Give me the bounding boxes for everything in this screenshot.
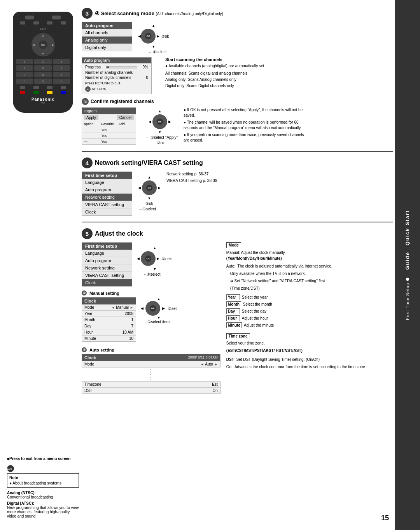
- remote-btn-2[interactable]: [52, 16, 61, 19]
- manual-hour-row: Hour 10 AM: [82, 329, 136, 336]
- step4-circle: 4: [82, 157, 93, 168]
- progress-bar: [106, 66, 137, 68]
- step5-title: Adjust the clock: [95, 230, 143, 237]
- auto-tz-field: Timezone: [84, 382, 102, 387]
- confirm-note-1: ● The channel will be saved when no oper…: [184, 120, 308, 131]
- manual-sub: (Year/Month/Day/Hour/Minute): [226, 256, 282, 261]
- ok-manual: OK: [150, 305, 156, 311]
- ch-row-3: — Yes: [82, 139, 136, 145]
- remote-func-1[interactable]: [20, 86, 25, 89]
- tz-box: Time zone: [226, 333, 250, 339]
- confirm-note-0: ● If OK is not pressed after selecting "…: [184, 107, 308, 118]
- manual-num: ①: [82, 290, 87, 296]
- dpad[interactable]: OK ▲ ▼ ◀ ▶: [32, 33, 55, 56]
- auto-clock-table: Clock 2008/ 6/11 8:07AM Mode ◄ Auto ►: [82, 354, 220, 367]
- analog-count-row: Number of analog channels: [85, 70, 148, 75]
- exit-button[interactable]: EXIT: [7, 465, 14, 472]
- auto-clock-date: 2008/ 6/11 8:07AM: [188, 355, 218, 360]
- scan-box-inner: Auto program Progress 9% Number of analo…: [82, 57, 152, 94]
- remote-btn-sm-1[interactable]: [20, 21, 25, 24]
- color-btn-blue[interactable]: [61, 91, 66, 94]
- num-5[interactable]: 5: [34, 65, 51, 71]
- ch-r3-c1: —: [84, 140, 99, 143]
- auto-program-menu: Auto program All channels Analog only Di…: [82, 22, 132, 51]
- num-9[interactable]: 9: [53, 72, 70, 77]
- step4-note-0: Network setting p. 36-37: [166, 171, 393, 177]
- sidebar-dot: [406, 278, 409, 281]
- manual-month-row: Month 1: [82, 317, 136, 323]
- manual-layout: Clock Mode ◄ Manual ►: [82, 297, 220, 344]
- color-btn-red[interactable]: [20, 91, 25, 94]
- cancel-btn[interactable]: Cancel: [117, 115, 134, 120]
- ch-r2-c3: [119, 134, 134, 138]
- remote-btn-sm-4[interactable]: [61, 21, 66, 24]
- color-btn-yellow[interactable]: [47, 91, 52, 94]
- menu-language[interactable]: Language: [82, 179, 132, 186]
- menu-all-channels[interactable]: All channels: [82, 29, 132, 37]
- month-field-row: Month Select the month: [226, 301, 393, 307]
- menu-analog-only[interactable]: Analog only: [82, 37, 132, 44]
- day-label: Day: [226, 308, 240, 314]
- scan-row: Auto program Progress 9% Number of analo…: [82, 57, 393, 94]
- num-2[interactable]: 2: [34, 59, 51, 64]
- tv-label: TV: [16, 101, 70, 105]
- menu-digital-only[interactable]: Digital only: [82, 44, 132, 51]
- remote-func-3[interactable]: [47, 86, 52, 89]
- ch-r2-c1: —: [84, 134, 99, 138]
- num-star[interactable]: *: [16, 79, 33, 84]
- menu-network-setting[interactable]: Network setting: [82, 194, 132, 201]
- main-content: 3 ④ Select scanning mode (ALL channels/A…: [82, 8, 393, 402]
- manual-year-row: Year 2008: [82, 311, 136, 317]
- remote-func-4[interactable]: [61, 86, 66, 89]
- mode-arrow-r: ►: [130, 306, 133, 310]
- remote-btn-sm-3[interactable]: [47, 21, 52, 24]
- ch-r3-yes: Yes: [101, 140, 116, 143]
- divider-1: [82, 151, 393, 152]
- remote-func-2[interactable]: [33, 86, 39, 89]
- menu-viera-cast[interactable]: VIERA CAST setting: [82, 201, 132, 208]
- digital-count-row: Number of digital channels 0: [85, 75, 148, 80]
- num-1[interactable]: 1: [16, 59, 33, 64]
- step5-menu-viera[interactable]: VIERA CAST setting: [82, 272, 132, 279]
- color-btn-green[interactable]: [33, 91, 39, 94]
- apply-btn[interactable]: Apply: [84, 115, 98, 120]
- num-hash[interactable]: #: [53, 79, 70, 84]
- progress-pct: 9%: [143, 65, 148, 70]
- manual-mode-field: Mode: [84, 305, 94, 310]
- manual-minute-row: Minute 10: [82, 336, 136, 341]
- step5-left: First time setup Language Auto program N…: [82, 242, 220, 397]
- step5-menu-network[interactable]: Network setting: [82, 264, 132, 272]
- exit-label: EXIT: [40, 28, 46, 30]
- return-btn[interactable]: ↩: [85, 86, 91, 92]
- page-number: 15: [381, 514, 389, 522]
- ok-step4: OK: [146, 185, 152, 191]
- num-6[interactable]: 6: [53, 65, 70, 71]
- note-title: Note: [9, 476, 77, 480]
- step5-menu-language[interactable]: Language: [82, 250, 132, 257]
- num-4[interactable]: 4: [16, 65, 33, 71]
- manual-label: ① Manual setting: [82, 290, 220, 296]
- remote-btn-1[interactable]: [25, 16, 34, 19]
- num-8[interactable]: 8: [34, 72, 51, 77]
- remote-btn-sm-2[interactable]: [33, 21, 39, 24]
- step5-manual: ① Manual setting Clock Mode ◄ Manu: [82, 290, 220, 344]
- right-sidebar: Quick Start Guide First Time Setup: [395, 0, 420, 530]
- num-7[interactable]: 7: [16, 72, 33, 77]
- auto-mode-arrow-l: ◄: [200, 362, 204, 366]
- ok-center: OK: [145, 33, 151, 39]
- dst-label: DST: [226, 357, 234, 362]
- auto-tz-table: Timezone Est DST On: [82, 381, 220, 394]
- dst-desc: Set DST (Daylight Saving Time) setting. …: [236, 357, 320, 362]
- num-0[interactable]: 0: [34, 79, 51, 84]
- ch-r1-c3: [119, 128, 134, 132]
- menu-clock-step4[interactable]: Clock: [82, 208, 132, 215]
- step3-top: Auto program All channels Analog only Di…: [82, 22, 393, 54]
- menu-auto-program[interactable]: Auto program: [82, 186, 132, 194]
- confirm-ok-label: ②ok: [157, 141, 165, 145]
- step5-menu-header: First time setup: [82, 243, 132, 250]
- step5-menu-clock[interactable]: Clock: [82, 279, 132, 286]
- year-label: Year: [226, 294, 240, 300]
- step5-menu-auto[interactable]: Auto program: [82, 257, 132, 264]
- num-3[interactable]: 3: [53, 59, 70, 64]
- minute-desc: Adjust the minute: [244, 323, 274, 327]
